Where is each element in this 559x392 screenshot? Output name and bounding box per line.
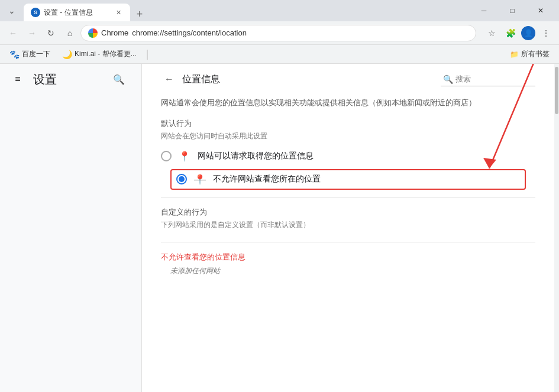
titlebar: ⌄ S 设置 - 位置信息 ✕ + ─ □ ✕ <box>0 0 559 21</box>
sidebar: ≡ 设置 🔍 <box>0 64 142 392</box>
search-placeholder: 搜索 <box>455 74 471 85</box>
kimi-icon: 🌙 <box>62 50 72 59</box>
close-btn[interactable]: ✕ <box>527 0 554 21</box>
allow-location-option[interactable]: 📍 网站可以请求取得您的位置信息 <box>142 146 554 167</box>
block-location-option[interactable]: 📍 不允许网站查看您所在的位置 <box>170 169 526 190</box>
url-text: chrome://settings/content/location <box>132 28 247 37</box>
bookmarks-divider: | <box>146 48 149 60</box>
maximize-btn[interactable]: □ <box>499 0 526 21</box>
user-avatar[interactable]: 👤 <box>521 26 535 40</box>
content-topbar: ← 位置信息 🔍 搜索 <box>142 64 554 92</box>
folder-icon: 📁 <box>510 50 519 59</box>
tab-title: 设置 - 位置信息 <box>44 8 93 18</box>
window-controls: ─ □ ✕ <box>470 0 554 21</box>
content-area: ← 位置信息 🔍 搜索 网站通常会使用您的位置信息以实现相关功能或提供相关信息（… <box>142 64 559 392</box>
more-btn[interactable]: ⋮ <box>538 25 554 41</box>
scrollbar[interactable] <box>554 64 559 392</box>
location-back-btn[interactable]: ← <box>161 71 177 88</box>
block-location-label: 不允许网站查看您所在的位置 <box>213 174 321 184</box>
custom-section-label: 自定义的行为 <box>142 205 554 220</box>
chrome-logo-icon <box>88 28 98 38</box>
tab-list-btn[interactable]: ⌄ <box>5 4 19 18</box>
tab-favicon: S <box>31 8 40 17</box>
bookmark-kimi[interactable]: 🌙 Kimi.ai - 帮你看更... <box>57 48 141 60</box>
block-section-sublabel: 未添加任何网站 <box>142 265 554 278</box>
location-desc: 网站通常会使用您的位置信息以实现相关功能或提供相关信息（例如本地新闻或附近的商店… <box>142 92 554 118</box>
radio-dot <box>179 176 185 182</box>
minimize-btn[interactable]: ─ <box>470 0 497 21</box>
back-btn[interactable]: ← <box>5 25 21 41</box>
default-behavior-sublabel: 网站会在您访问时自动采用此设置 <box>142 131 554 146</box>
allow-location-label: 网站可以请求取得您的位置信息 <box>198 151 314 161</box>
settings-header: ≡ 设置 🔍 <box>0 64 141 95</box>
all-bookmarks-btn[interactable]: 📁 所有书签 <box>505 48 554 60</box>
tab-close-btn[interactable]: ✕ <box>114 8 123 17</box>
bookmark-baidu-label: 百度一下 <box>22 49 50 59</box>
extensions-btn[interactable]: 🧩 <box>502 25 519 41</box>
search-icon: 🔍 <box>443 74 453 84</box>
settings-search-btn[interactable]: 🔍 <box>111 71 127 88</box>
active-tab[interactable]: S 设置 - 位置信息 ✕ <box>24 4 130 21</box>
bookmark-kimi-label: Kimi.ai - 帮你看更... <box>75 49 137 59</box>
content-scroll: ← 位置信息 🔍 搜索 网站通常会使用您的位置信息以实现相关功能或提供相关信息（… <box>142 64 554 392</box>
scrollbar-thumb[interactable] <box>555 67 558 114</box>
settings-title: 设置 <box>33 72 57 88</box>
bookmarks-bar: 🐾 百度一下 🌙 Kimi.ai - 帮你看更... | 📁 所有书签 <box>0 45 559 64</box>
hamburger-btn[interactable]: ≡ <box>9 71 26 88</box>
bookmark-baidu[interactable]: 🐾 百度一下 <box>5 48 55 60</box>
location-pin-icon: 📍 <box>179 151 190 162</box>
allow-radio-circle[interactable] <box>161 151 172 161</box>
location-off-icon: 📍 <box>194 174 206 185</box>
url-bar[interactable]: Chrome chrome://settings/content/locatio… <box>80 25 476 41</box>
forward-btn[interactable]: → <box>24 25 40 41</box>
baidu-icon: 🐾 <box>9 50 20 59</box>
home-btn[interactable]: ⌂ <box>62 25 78 41</box>
tab-area: ⌄ <box>5 4 19 18</box>
main-layout: ≡ 设置 🔍 ← 位置信息 🔍 搜索 网站通常会使用您的位置信息以实现相关功能或… <box>0 64 559 392</box>
bookmark-btn[interactable]: ☆ <box>483 25 500 41</box>
separator2 <box>161 242 535 242</box>
location-page-title: 位置信息 <box>182 73 220 86</box>
default-behavior-label: 默认行为 <box>142 118 554 131</box>
block-option-wrapper: 📍 不允许网站查看您所在的位置 <box>156 169 540 190</box>
separator1 <box>161 197 535 197</box>
location-search-box[interactable]: 🔍 搜索 <box>441 73 535 86</box>
addressbar: ← → ↻ ⌂ Chrome chrome://settings/content… <box>0 21 559 45</box>
block-section-label: 不允许查看您的位置信息 <box>142 250 554 265</box>
all-bookmarks-label: 所有书签 <box>521 49 550 59</box>
addr-right-icons: ☆ 🧩 👤 ⋮ <box>483 25 554 41</box>
reload-btn[interactable]: ↻ <box>43 25 59 41</box>
tab-strip: S 设置 - 位置信息 ✕ + <box>24 0 470 21</box>
chrome-brand-label: Chrome <box>101 28 128 37</box>
custom-section-sublabel: 下列网站采用的是自定义设置（而非默认设置） <box>142 220 554 235</box>
block-radio-circle[interactable] <box>176 174 187 184</box>
new-tab-btn[interactable]: + <box>133 7 147 21</box>
